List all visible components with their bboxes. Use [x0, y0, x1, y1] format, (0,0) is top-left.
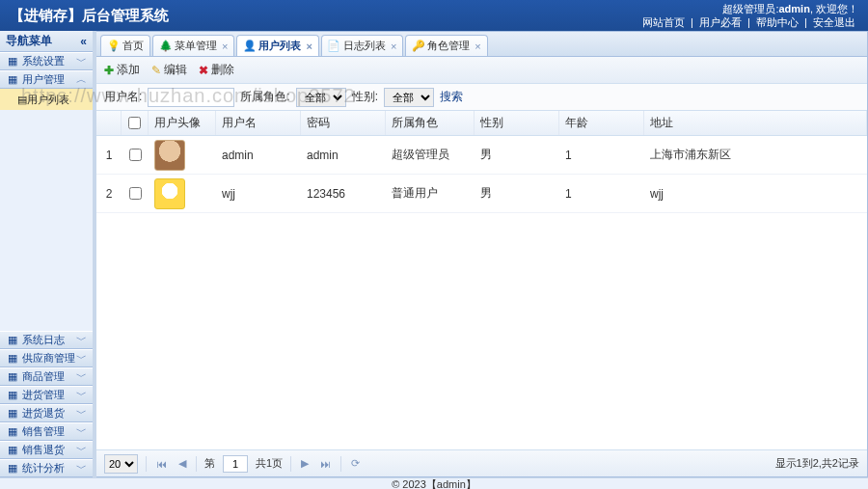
user-icon: ▦: [6, 73, 19, 87]
plus-icon: ✚: [104, 64, 114, 77]
tab-user[interactable]: 👤用户列表×: [236, 35, 318, 56]
cell-role: 普通用户: [386, 175, 475, 212]
table-row[interactable]: 2wjj123456普通用户男1wjj: [96, 175, 867, 213]
link-help[interactable]: 帮助中心: [756, 16, 799, 28]
sidebar-item-chart[interactable]: ▦统计分析﹀: [0, 459, 93, 477]
cross-icon: ✖: [199, 64, 208, 77]
first-page-button[interactable]: ⏮: [154, 458, 169, 470]
cell-addr: 上海市浦东新区: [644, 136, 867, 174]
avatar: [154, 140, 185, 171]
chevron-down-icon: ﹀: [76, 443, 87, 457]
app-title: 【进销存】后台管理系统: [10, 7, 169, 25]
page-input[interactable]: [223, 455, 248, 473]
list-icon: ▤: [17, 94, 27, 106]
chevron-down-icon: ﹀: [76, 424, 87, 439]
header-links: 网站首页 | 用户必看 | 帮助中心 | 安全退出: [639, 15, 858, 29]
close-icon[interactable]: ×: [306, 41, 312, 52]
tab-bulb[interactable]: 💡首页: [100, 35, 150, 56]
tab-bar: 💡首页🌲菜单管理×👤用户列表×📄日志列表×🔑角色管理×: [96, 32, 867, 57]
tab-tree[interactable]: 🌲菜单管理×: [152, 35, 234, 56]
inret-icon: ▦: [6, 407, 19, 421]
pager: 20 ⏮ ◀ 第 共1页 ▶ ⏭ ⟳ 显示1到2,共2记录: [96, 449, 867, 476]
row-checkbox[interactable]: [129, 149, 142, 161]
cell-addr: wjj: [644, 175, 867, 212]
tab-label: 日志列表: [343, 39, 386, 53]
admin-label: 超级管理员:: [722, 3, 778, 14]
admin-name: admin: [778, 3, 809, 14]
cell-index: 1: [96, 136, 122, 174]
sidebar-item-saleret[interactable]: ▦销售退货﹀: [0, 441, 93, 459]
sidebar: 导航菜单 « ▦系统设置﹀▦用户管理︿▤ 用户列表▦系统日志﹀▦供应商管理﹀▦商…: [0, 31, 96, 477]
search-role-label: 所属角色:: [240, 89, 289, 105]
cell-age: 1: [559, 136, 644, 174]
chevron-down-icon: ﹀: [76, 54, 87, 68]
row-checkbox[interactable]: [129, 187, 142, 200]
col-password: 密码: [301, 111, 386, 135]
link-home[interactable]: 网站首页: [642, 16, 685, 28]
sidebar-item-in[interactable]: ▦进货管理﹀: [0, 386, 93, 404]
role-icon: 🔑: [412, 40, 424, 52]
grid-header: 用户头像 用户名 密码 所属角色 性别 年龄 地址: [96, 111, 867, 136]
edit-button[interactable]: ✎编辑: [151, 62, 187, 78]
tree-icon: 🌲: [159, 40, 172, 52]
toolbar: ✚添加 ✎编辑 ✖删除: [96, 57, 867, 84]
table-row[interactable]: 1adminadmin超级管理员男1上海市浦东新区: [96, 136, 867, 175]
refresh-button[interactable]: ⟳: [349, 457, 362, 470]
sidebar-item-log[interactable]: ▦系统日志﹀: [0, 331, 93, 349]
bulb-icon: 💡: [107, 40, 120, 52]
select-all-checkbox[interactable]: [128, 117, 141, 129]
tab-role[interactable]: 🔑角色管理×: [405, 35, 487, 56]
delete-button[interactable]: ✖删除: [199, 62, 234, 78]
pencil-icon: ✎: [151, 64, 161, 77]
app-header: 【进销存】后台管理系统 超级管理员:admin, 欢迎您！ 网站首页 | 用户必…: [0, 0, 868, 31]
add-button[interactable]: ✚添加: [104, 62, 140, 78]
tab-log[interactable]: 📄日志列表×: [321, 35, 403, 56]
tab-label: 菜单管理: [175, 39, 217, 53]
sidebar-item-user[interactable]: ▦用户管理︿: [0, 70, 93, 89]
prev-page-button[interactable]: ◀: [176, 457, 188, 470]
col-username: 用户名: [216, 111, 301, 135]
sidebar-item-sale[interactable]: ▦销售管理﹀: [0, 422, 93, 441]
total-pages: 共1页: [256, 456, 283, 471]
grid-body: 1adminadmin超级管理员男1上海市浦东新区2wjj123456普通用户男…: [96, 136, 867, 449]
close-icon[interactable]: ×: [391, 41, 396, 52]
cell-password: 123456: [301, 175, 386, 212]
log-icon: ▦: [6, 334, 19, 347]
saleret-icon: ▦: [6, 444, 19, 457]
sidebar-item-supplier[interactable]: ▦供应商管理﹀: [0, 349, 93, 367]
search-name-label: 用户名:: [104, 89, 142, 105]
search-button[interactable]: 搜索: [440, 89, 463, 105]
search-role-select[interactable]: 全部: [296, 88, 346, 107]
page-size-select[interactable]: 20: [104, 454, 138, 474]
user-icon: 👤: [243, 40, 256, 52]
nav-title: 导航菜单 «: [0, 31, 93, 52]
cell-username: admin: [216, 136, 301, 174]
cell-password: admin: [301, 136, 386, 174]
sale-icon: ▦: [6, 425, 19, 439]
cell-username: wjj: [216, 175, 301, 212]
supplier-icon: ▦: [6, 352, 19, 366]
cell-index: 2: [96, 175, 122, 212]
sidebar-item-inret[interactable]: ▦进货退货﹀: [0, 404, 93, 422]
link-must-read[interactable]: 用户必看: [699, 16, 742, 28]
last-page-button[interactable]: ⏭: [318, 458, 333, 470]
sidebar-sub-item[interactable]: ▤ 用户列表: [0, 89, 93, 110]
search-name-input[interactable]: [148, 88, 234, 107]
tab-label: 角色管理: [427, 39, 470, 53]
sidebar-item-gear[interactable]: ▦系统设置﹀: [0, 52, 93, 70]
tab-label: 首页: [122, 39, 144, 53]
link-logout[interactable]: 安全退出: [813, 16, 855, 28]
col-age: 年龄: [559, 111, 644, 135]
collapse-icon[interactable]: «: [80, 35, 87, 48]
sidebar-item-goods[interactable]: ▦商品管理﹀: [0, 367, 93, 386]
close-icon[interactable]: ×: [475, 41, 480, 52]
chevron-down-icon: ﹀: [76, 388, 87, 402]
close-icon[interactable]: ×: [222, 41, 228, 52]
chevron-down-icon: ﹀: [76, 351, 87, 366]
next-page-button[interactable]: ▶: [299, 457, 311, 470]
chart-icon: ▦: [6, 462, 19, 475]
cell-sex: 男: [475, 136, 559, 174]
search-sex-select[interactable]: 全部: [384, 88, 434, 107]
welcome-text: , 欢迎您！: [810, 3, 858, 14]
log-icon: 📄: [328, 40, 340, 52]
